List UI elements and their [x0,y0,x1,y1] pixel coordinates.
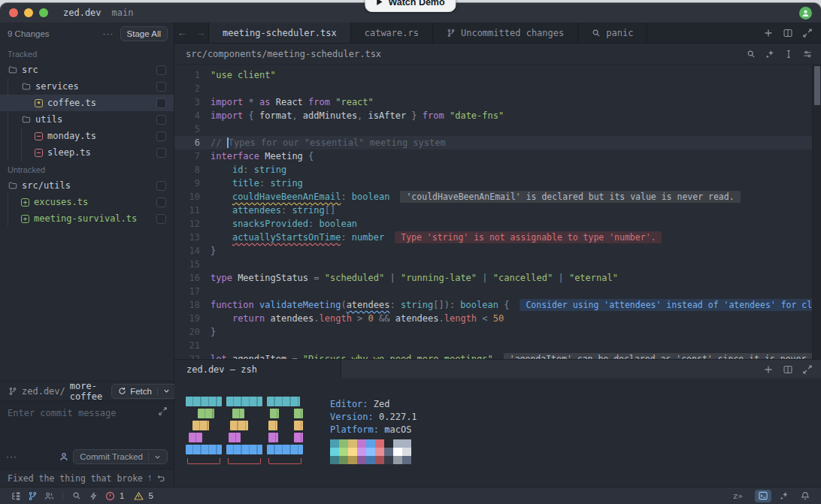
code-line-12[interactable]: 12 snacksProvided: boolean [174,217,821,231]
code-line-11[interactable]: 11 attendees: string[] [174,204,821,217]
stage-checkbox[interactable] [156,98,166,108]
maximize-window-button[interactable] [39,8,48,17]
palette-swatch [366,448,375,456]
tree-row-sleep-ts[interactable]: −sleep.ts [0,144,174,161]
stage-all-button[interactable]: Stage All [120,26,168,41]
code-line-4[interactable]: 4import { format, addMinutes, isAfter } … [174,109,821,122]
text-cursor-icon[interactable] [784,50,793,59]
collab-panel-icon[interactable] [41,489,57,502]
last-commit-message[interactable]: Fixed the thing that broke the thing [8,473,150,484]
editor-scrollbar[interactable] [812,65,821,359]
zoom-pane-icon[interactable] [803,29,812,38]
tree-row-coffee-ts[interactable]: •coffee.ts [0,95,174,111]
code-line-8[interactable]: 8 id: string [174,163,821,177]
close-window-button[interactable] [9,8,18,17]
breadcrumb[interactable]: src/components/meeting-scheduler.tsx [186,49,747,59]
code-line-1[interactable]: 1"use client" [174,68,821,82]
stage-checkbox[interactable] [156,131,166,141]
tree-row-monday-ts[interactable]: −monday.ts [0,128,174,144]
terminal-tab[interactable]: zed.dev — zsh [174,360,341,379]
error-count-icon[interactable] [101,489,118,502]
watch-demo-button[interactable]: Watch Demo [365,0,456,12]
project-title[interactable]: zed.dev [63,8,101,18]
code-line-22[interactable]: 22let agendaItem = "Discuss why we need … [174,352,821,359]
token: Types for our "essential" meeting system [229,136,446,149]
stage-checkbox[interactable] [156,214,166,224]
token: agendaItem [227,352,292,359]
stage-checkbox[interactable] [156,82,166,92]
project-search-icon[interactable] [68,489,85,502]
lsp-activity-icon[interactable] [85,489,101,502]
tab-uncommitted-changes[interactable]: Uncommitted changes [433,23,578,43]
error-count[interactable]: 1 [120,491,124,500]
tab-catware-rs[interactable]: catware.rs [351,23,433,43]
minimize-window-button[interactable] [24,8,33,17]
code-line-19[interactable]: 19 return atendees.length > 0 && atendee… [174,312,821,325]
undo-commit-icon[interactable] [156,473,166,483]
code-line-7[interactable]: 7interface Meeting { [174,149,821,163]
branch-name[interactable]: more-coffee [70,381,102,402]
tree-row-services[interactable]: services [0,78,174,95]
nav-back-icon[interactable]: ← [177,27,187,38]
edit-prediction-indicator[interactable]: z» [733,491,743,501]
zoom-terminal-icon[interactable] [803,365,812,374]
code-line-6[interactable]: 6// Types for our "essential" meeting sy… [174,136,821,149]
warning-count-icon[interactable] [130,489,147,502]
tab-meeting-scheduler-tsx[interactable]: meeting-scheduler.tsx [209,23,351,43]
commit-tracked-button[interactable]: Commit Tracked [73,449,168,464]
stage-checkbox[interactable] [156,65,166,75]
code-line-3[interactable]: 3import * as React from "react" [174,95,821,109]
token: length [444,312,477,325]
buffer-search-icon[interactable] [747,50,756,59]
code-line-21[interactable]: 21 [174,339,821,352]
co-authors-icon[interactable] [59,452,68,462]
new-tab-icon[interactable] [764,29,773,38]
user-avatar[interactable] [799,7,812,20]
commit-message-editor[interactable]: Enter commit message ··· Commit Tracked [0,400,174,469]
code-line-13[interactable]: 13 actuallyStartsOnTime: numberType 'str… [174,231,821,244]
tree-row-utils[interactable]: utils [0,111,174,128]
stage-checkbox[interactable] [156,181,166,191]
code-line-5[interactable]: 5 [174,122,821,136]
warning-count[interactable]: 5 [148,491,153,500]
tree-row-meeting-survival-ts[interactable]: +meeting-survival.ts [0,210,174,227]
split-pane-icon[interactable] [783,29,792,38]
stage-checkbox[interactable] [156,148,166,158]
project-panel-icon[interactable] [8,489,24,502]
terminal-panel-toggle-icon[interactable] [755,490,771,502]
assistant-panel-icon[interactable] [776,490,792,502]
tree-row-excuses-ts[interactable]: +excuses.ts [0,194,174,210]
notifications-bell-icon[interactable] [797,490,813,502]
scrollbar-thumb[interactable] [814,66,820,105]
code-line-15[interactable]: 15 [174,258,821,271]
tree-row-src[interactable]: src [0,62,174,78]
chevron-down-icon[interactable] [154,454,161,460]
git-file-tree[interactable]: Trackedsrcservices•coffee.tsutils−monday… [0,45,174,381]
terminal-panel[interactable]: Editor: ZedVersion: 0.227.1Platform: mac… [174,379,821,487]
code-editor[interactable]: 1"use client"23import * as React from "r… [174,65,821,359]
commit-overflow-button[interactable]: ··· [6,451,17,462]
code-line-2[interactable]: 2 [174,82,821,95]
tab-panic[interactable]: panic [578,23,647,43]
code-line-20[interactable]: 20} [174,325,821,339]
title-branch[interactable]: main [112,8,134,18]
git-panel-toggle-icon[interactable] [24,489,41,502]
code-line-9[interactable]: 9 title: string [174,177,821,190]
editor-settings-icon[interactable] [803,50,812,59]
tree-row-src-utils[interactable]: src/utils [0,177,174,194]
nav-forward-icon[interactable]: → [196,27,206,38]
stage-checkbox[interactable] [156,115,166,125]
code-line-10[interactable]: 10 couldHaveBeenAnEmail: boolean'couldHa… [174,190,821,204]
fetch-button[interactable]: Fetch [111,384,177,399]
chevron-down-icon[interactable] [163,388,170,394]
code-line-17[interactable]: 17 [174,285,821,298]
split-terminal-icon[interactable] [783,365,792,374]
git-panel-overflow-button[interactable]: ··· [103,29,114,39]
inline-assist-icon[interactable] [765,50,774,59]
expand-commit-editor-icon[interactable] [159,407,167,415]
stage-checkbox[interactable] [156,198,166,207]
new-terminal-icon[interactable] [764,365,773,374]
code-line-18[interactable]: 18function validateMeeting(atendees: str… [174,298,821,312]
code-line-14[interactable]: 14} [174,244,821,258]
code-line-16[interactable]: 16type MeetingStatus = "scheduled" | "ru… [174,271,821,285]
